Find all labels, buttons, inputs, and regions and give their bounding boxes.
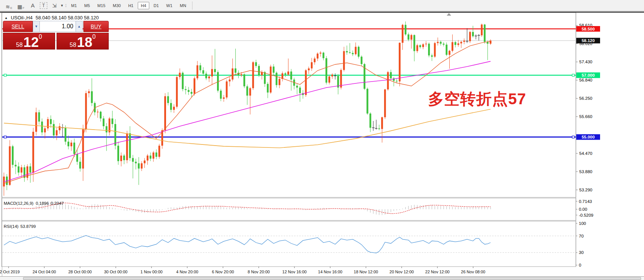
macd-pane-border: [1, 198, 576, 220]
grid-icon[interactable]: ▦F: [16, 1, 26, 10]
chevron-down-icon[interactable]: ▼: [60, 4, 64, 7]
price-badge-label: 58.500: [581, 27, 594, 31]
candle-body: [472, 32, 474, 36]
candle-body: [56, 130, 58, 136]
candle-body: [179, 73, 181, 77]
candle-body: [446, 45, 447, 55]
candle-body: [416, 45, 418, 51]
tab-timeframe-M5[interactable]: M5: [81, 2, 93, 9]
candle-body: [203, 70, 204, 74]
candle-body: [278, 79, 280, 85]
candle-body: [367, 89, 369, 114]
tab-timeframe-H4[interactable]: H4: [138, 2, 149, 9]
candle-body: [97, 112, 99, 112]
candle-body: [463, 41, 465, 42]
indicators-icon[interactable]: ≋E: [4, 1, 14, 10]
candle-body: [141, 163, 143, 169]
tab-timeframe-D1[interactable]: D1: [151, 2, 162, 9]
candle-body: [191, 92, 192, 94]
volume-decrease-button[interactable]: ▼: [33, 21, 40, 32]
candle-body: [120, 156, 122, 161]
candle-body: [100, 112, 102, 118]
cursor-mode-icon[interactable]: ⇲: [50, 1, 59, 10]
candle-body: [15, 165, 17, 166]
tab-timeframe-W1[interactable]: W1: [163, 2, 176, 9]
candle-body: [182, 73, 184, 89]
candle-body: [346, 51, 348, 52]
candle-body: [320, 52, 322, 53]
candle-body: [111, 118, 113, 124]
text-label-icon[interactable]: A: [28, 1, 38, 10]
candle-body: [390, 72, 392, 79]
autoscroll-marker-icon[interactable]: [447, 13, 451, 16]
candle-body: [349, 52, 351, 53]
candle-body: [17, 166, 19, 173]
tab-timeframe-M30[interactable]: M30: [110, 2, 124, 9]
candle-body: [20, 167, 22, 172]
candle-body: [185, 89, 186, 90]
tab-timeframe-MN[interactable]: MN: [177, 2, 189, 9]
candle-body: [158, 146, 160, 157]
candle-body: [299, 88, 301, 93]
candle-body: [147, 156, 149, 160]
date-label: 20 Nov 12:00: [389, 270, 414, 274]
buy-price-display[interactable]: 58 18 0: [57, 33, 109, 50]
candle-body: [41, 122, 43, 133]
candle-body: [135, 162, 137, 163]
symbol-name: USOil-,H4: [11, 15, 33, 20]
candle-body: [287, 71, 289, 74]
rsi-pane-border: [1, 221, 576, 267]
collapse-triangle-icon[interactable]: ▲: [4, 16, 8, 20]
candle-body: [328, 76, 330, 83]
price-badge-label: 55.000: [581, 135, 594, 139]
tab-timeframe-H1[interactable]: H1: [125, 2, 136, 9]
candle-body: [106, 126, 108, 133]
ma-orange-line: [4, 109, 491, 148]
price-axis: 58.61058.02057.43056.84056.25055.66054.4…: [576, 23, 600, 267]
tab-timeframe-M1[interactable]: M1: [68, 2, 80, 9]
scrollbar-thumb[interactable]: [23, 277, 641, 280]
date-label: 22 Nov 12:00: [425, 270, 449, 274]
candle-body: [12, 146, 14, 165]
sell-price-point: 0: [39, 34, 42, 40]
candle-body: [399, 43, 401, 82]
chart-annotation-text: 多空转折点57: [428, 89, 526, 109]
sell-price-handle: 58: [16, 42, 23, 48]
candle-body: [314, 58, 316, 62]
toolbar-grip[interactable]: ⁞⁞: [65, 3, 66, 8]
candle-body: [164, 96, 166, 130]
candle-body: [422, 44, 424, 47]
date-label: 14 Nov 16:00: [318, 270, 342, 274]
text-box-icon[interactable]: T: [40, 2, 47, 9]
tab-timeframe-M15[interactable]: M15: [95, 2, 108, 9]
sell-button[interactable]: SELL: [3, 21, 33, 32]
candle-body: [38, 112, 40, 122]
candle-body: [469, 32, 471, 41]
candle-body: [50, 119, 52, 124]
chart-canvas[interactable]: 58.61058.02057.43056.84056.25055.66054.4…: [0, 13, 644, 280]
candle-body: [352, 53, 354, 54]
horizontal-scrollbar[interactable]: [0, 276, 644, 280]
rsi-axis-label: 30: [579, 250, 584, 255]
price-axis-label: 57.430: [579, 60, 592, 64]
volume-input[interactable]: [40, 21, 76, 32]
sell-price-display[interactable]: 58 12 0: [3, 33, 55, 50]
candle-body: [290, 71, 292, 80]
candle-body: [29, 166, 31, 173]
candle-body: [317, 54, 319, 58]
volume-increase-button[interactable]: ▲: [76, 21, 83, 32]
candle-body: [205, 74, 207, 78]
hline-handle: [572, 74, 574, 76]
candle-body: [258, 66, 260, 75]
candle-body: [449, 51, 450, 55]
candle-body: [214, 69, 216, 72]
candle-body: [460, 42, 462, 43]
candle-body: [443, 44, 444, 44]
candle-body: [396, 81, 398, 82]
buy-button[interactable]: BUY: [83, 21, 109, 32]
candle-body: [273, 67, 275, 73]
symbol-header: ▲ USOil-,H4 58.040 58.140 58.030 58.120: [4, 15, 99, 20]
candle-body: [59, 126, 61, 130]
candle-body: [249, 88, 251, 96]
candle-body: [402, 25, 404, 43]
